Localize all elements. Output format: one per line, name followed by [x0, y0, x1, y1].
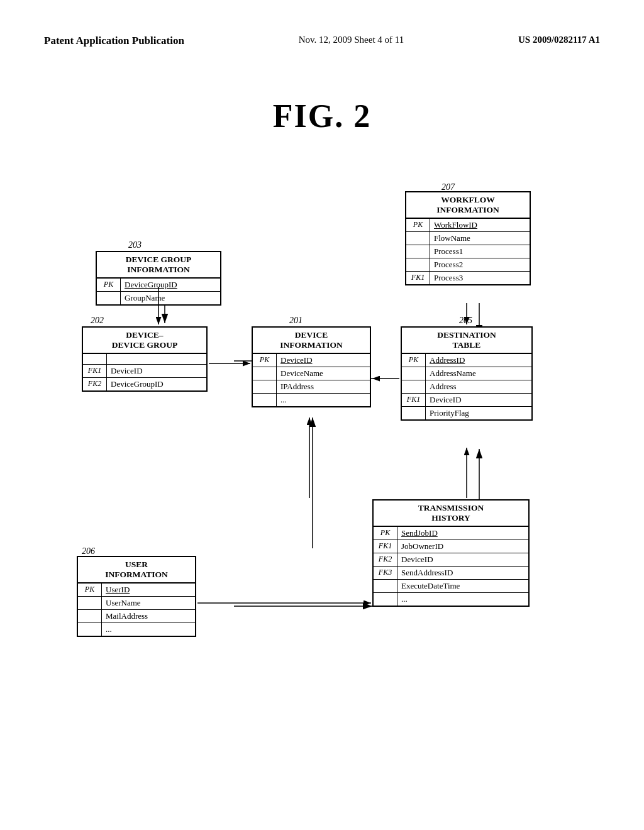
- field-name-ipaddress: IPAddress: [277, 380, 318, 393]
- field-fk2-deviceid: FK2 DeviceID: [374, 553, 528, 567]
- table-device-group: DEVICE GROUPINFORMATION PK DeviceGroupID…: [96, 251, 221, 306]
- field-groupname: GroupName: [97, 292, 220, 304]
- field-name-empty-ddg: [107, 354, 114, 364]
- field-name-username: UserName: [102, 597, 145, 609]
- table-device-device-group: DEVICE–DEVICE GROUP FK1 DeviceID FK2 Dev…: [82, 326, 208, 392]
- field-deviceid-di: PK DeviceID: [253, 354, 370, 367]
- page: Patent Application Publication Nov. 12, …: [0, 0, 644, 830]
- field-fk1-dest-deviceid: FK1 DeviceID: [402, 394, 531, 407]
- field-key-empty-di3: [253, 394, 277, 406]
- field-address: Address: [402, 380, 531, 394]
- field-ui-dots: ...: [78, 623, 195, 636]
- field-key-empty-ddg: [83, 354, 107, 364]
- ref-202: 202: [91, 316, 104, 326]
- field-name-devicename: DeviceName: [277, 367, 327, 380]
- field-devicegroupid: PK DeviceGroupID: [97, 279, 220, 292]
- field-priorityflag: PriorityFlag: [402, 407, 531, 419]
- field-name-di-dots: ...: [277, 394, 291, 406]
- field-fk3-sendaddressid: FK3 SendAddressID: [374, 567, 528, 580]
- field-key-empty-ui2: [78, 610, 102, 622]
- field-name-groupname: GroupName: [121, 292, 169, 304]
- field-userid: PK UserID: [78, 584, 195, 597]
- ref-206: 206: [82, 546, 95, 556]
- field-key-fk2-ddg: FK2: [83, 378, 107, 390]
- field-name-addressname: AddressName: [426, 367, 480, 380]
- field-key-fk1-wf: FK1: [406, 272, 430, 284]
- field-name-process1: Process1: [430, 245, 467, 258]
- field-key-pk-dest: PK: [402, 354, 426, 367]
- sheet-info: Nov. 12, 2009 Sheet 4 of 11: [299, 35, 404, 45]
- field-devicename: DeviceName: [253, 367, 370, 380]
- field-key-empty-ui3: [78, 623, 102, 636]
- field-key-empty1: [406, 232, 430, 245]
- table-destination: DESTINATIONTABLE PK AddressID AddressNam…: [401, 326, 533, 421]
- field-name-process2: Process2: [430, 258, 467, 271]
- field-name-ui-dots: ...: [102, 623, 116, 636]
- field-name-process3: Process3: [430, 272, 467, 284]
- field-name-sendaddressid: SendAddressID: [397, 567, 457, 579]
- field-username: UserName: [78, 597, 195, 610]
- field-key-fk2-th: FK2: [374, 553, 397, 566]
- field-name-deviceid-di: DeviceID: [277, 354, 316, 367]
- field-sendjobid: PK SendJobID: [374, 527, 528, 540]
- field-process1: Process1: [406, 245, 530, 258]
- field-name-addressid: AddressID: [426, 354, 469, 367]
- patent-number: US 2009/0282117 A1: [518, 35, 600, 45]
- field-addressname: AddressName: [402, 367, 531, 380]
- field-name-fk2-deviceid: DeviceID: [397, 553, 437, 566]
- field-name-th-dots: ...: [397, 593, 411, 606]
- field-key-pk-th: PK: [374, 527, 397, 540]
- table-device-info: DEVICEINFORMATION PK DeviceID DeviceName…: [252, 326, 371, 407]
- field-key-empty-di2: [253, 380, 277, 393]
- field-key-pk-ui: PK: [78, 584, 102, 596]
- field-name-address: Address: [426, 380, 460, 393]
- table-user-info: USERINFORMATION PK UserID UserName MailA…: [77, 556, 196, 637]
- field-key-empty2: [406, 245, 430, 258]
- field-key-fk1-ddg: FK1: [83, 365, 107, 377]
- field-name-fk1-dest-deviceid: DeviceID: [426, 394, 465, 406]
- field-fk2-devicegroupid: FK2 DeviceGroupID: [83, 378, 206, 390]
- field-key-fk3-th: FK3: [374, 567, 397, 579]
- field-key-empty-th2: [374, 593, 397, 606]
- table-dest-title: DESTINATIONTABLE: [402, 328, 531, 354]
- field-workflowid: PK WorkFlowID: [406, 219, 530, 232]
- field-key-empty-di1: [253, 367, 277, 380]
- field-name-fk2-devicegroupid: DeviceGroupID: [107, 378, 167, 390]
- table-workflow: WORKFLOWINFORMATION PK WorkFlowID FlowNa…: [405, 191, 531, 285]
- diagram: 207 WORKFLOWINFORMATION PK WorkFlowID Fl…: [39, 147, 605, 744]
- field-mailaddress: MailAddress: [78, 610, 195, 623]
- figure-title: FIG. 2: [0, 97, 644, 135]
- field-key-empty3: [406, 258, 430, 271]
- field-di-dots: ...: [253, 394, 370, 406]
- publication-label: Patent Application Publication: [44, 35, 184, 47]
- field-key-empty-ui1: [78, 597, 102, 609]
- field-name-fk1-deviceid: DeviceID: [107, 365, 147, 377]
- field-key-empty-dest1: [402, 367, 426, 380]
- field-flowname: FlowName: [406, 232, 530, 245]
- field-key-fk1-th: FK1: [374, 540, 397, 553]
- field-name-flowname: FlowName: [430, 232, 474, 245]
- header: Patent Application Publication Nov. 12, …: [0, 0, 644, 47]
- table-di-title: DEVICEINFORMATION: [253, 328, 370, 354]
- field-key-pk: PK: [406, 219, 430, 231]
- table-ddg-title: DEVICE–DEVICE GROUP: [83, 328, 206, 354]
- table-workflow-title: WORKFLOWINFORMATION: [406, 192, 530, 219]
- field-addressid: PK AddressID: [402, 354, 531, 367]
- field-process3: FK1 Process3: [406, 272, 530, 284]
- field-name-devicegroupid: DeviceGroupID: [121, 279, 181, 291]
- field-key-empty-dg: [97, 292, 121, 304]
- field-key-empty-dest2: [402, 380, 426, 393]
- field-key-pk-di: PK: [253, 354, 277, 367]
- ref-205: 205: [459, 316, 472, 326]
- field-key-empty-dest3: [402, 407, 426, 419]
- table-transmission: TRANSMISSIONHISTORY PK SendJobID FK1 Job…: [372, 499, 530, 607]
- field-name-sendjobid: SendJobID: [397, 527, 441, 540]
- field-name-userid: UserID: [102, 584, 133, 596]
- field-th-dots: ...: [374, 593, 528, 606]
- field-name-priorityflag: PriorityFlag: [426, 407, 473, 419]
- table-ui-title: USERINFORMATION: [78, 557, 195, 584]
- field-executedatetime: ExecuteDateTime: [374, 580, 528, 593]
- field-key-empty-th1: [374, 580, 397, 592]
- field-ipaddress: IPAddress: [253, 380, 370, 394]
- field-fk1-jobownerid: FK1 JobOwnerID: [374, 540, 528, 553]
